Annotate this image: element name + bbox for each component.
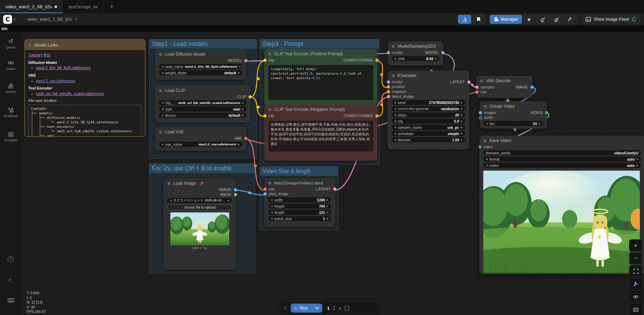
- stepper-right-icon[interactable]: ▶: [327, 204, 329, 208]
- positive-prompt-text[interactable]: (completely, full body) (portrait,portra…: [268, 65, 374, 101]
- zoom-in-button[interactable]: +: [629, 239, 642, 252]
- input-slot-vae[interactable]: [475, 90, 478, 94]
- shortcuts-button[interactable]: [0, 298, 21, 303]
- stepper-right-icon[interactable]: ▶: [461, 138, 463, 141]
- stepper-left-icon[interactable]: ◀: [394, 101, 396, 104]
- group-step3-title[interactable]: Step3 - Prompt: [260, 39, 379, 49]
- collapse-dot-icon[interactable]: [28, 44, 31, 47]
- stepper-left-icon[interactable]: ◀: [486, 158, 488, 161]
- stepper-left-icon[interactable]: ◀: [394, 138, 396, 141]
- stepper-right-icon[interactable]: ▶: [461, 132, 463, 135]
- stepper-left-icon[interactable]: ◀: [394, 113, 396, 116]
- stepper-right-icon[interactable]: ▶: [636, 164, 638, 167]
- input-slot-video[interactable]: [478, 145, 482, 149]
- input-slot-latent-image[interactable]: [387, 95, 390, 98]
- input-slot-start-image[interactable]: [263, 192, 267, 195]
- collapse-dot-icon[interactable]: [392, 45, 395, 48]
- widget-image-file[interactable]: ◀ スクリーンショット 2025-09-10 ... ▶: [167, 198, 232, 203]
- stepper-left-icon[interactable]: ◀: [394, 120, 396, 123]
- node-clip-text-encode-positive[interactable]: CLIP Text Encode (Positive Prompt) clip …: [264, 49, 377, 105]
- input-slot-audio[interactable]: [479, 116, 482, 120]
- stepper-left-icon[interactable]: ◀: [170, 199, 172, 202]
- widget-height[interactable]: ◀ height 704 ▶: [268, 203, 331, 209]
- tutorial-link[interactable]: Tutorial: [28, 53, 40, 57]
- collapse-dot-icon[interactable]: [159, 89, 162, 92]
- sidebar-item-workflows[interactable]: Workflows: [0, 107, 21, 118]
- stepper-left-icon[interactable]: ◀: [161, 101, 164, 104]
- help-button[interactable]: ?: [0, 256, 21, 262]
- widget-width[interactable]: ◀ width 1280 ▶: [268, 197, 331, 202]
- manager-button[interactable]: Manager: [490, 15, 522, 24]
- sidebar-item-queue[interactable]: ↺ Queue: [0, 38, 21, 49]
- input-slot-samples[interactable]: [475, 86, 478, 89]
- share-button[interactable]: [564, 15, 577, 24]
- select-mode-button[interactable]: [629, 278, 642, 290]
- input-slot-model[interactable]: [387, 80, 390, 84]
- collapse-dot-icon[interactable]: [159, 53, 162, 56]
- stepper-right-icon[interactable]: ▶: [327, 198, 329, 201]
- stop-button[interactable]: [345, 306, 349, 311]
- batch-count-stepper[interactable]: 1: [325, 306, 335, 311]
- stepper-right-icon[interactable]: ▶: [239, 65, 241, 68]
- output-slot-vae[interactable]: [244, 137, 248, 140]
- stepper-left-icon[interactable]: ◀: [486, 122, 488, 125]
- output-slot-latent[interactable]: [467, 80, 470, 84]
- star-button[interactable]: ★: [523, 15, 536, 24]
- stepper-right-icon[interactable]: ▶: [539, 122, 541, 125]
- stepper-right-icon[interactable]: ▶: [238, 71, 240, 74]
- input-slot-model[interactable]: [387, 51, 390, 54]
- stepper-right-icon[interactable]: ▶: [327, 211, 329, 214]
- group-i2v-title[interactable]: For i2v, use Ctrl + B to enable: [149, 164, 255, 173]
- sidebar-item-models[interactable]: Models: [0, 83, 21, 94]
- use-everywhere-button-1[interactable]: [536, 15, 550, 24]
- output-slot-image[interactable]: [531, 86, 534, 89]
- tab-video-wan[interactable]: video_wan2_2_5B_ti2v: [0, 0, 63, 13]
- widget-unet-name[interactable]: ◀ unet_name wan2.2_ti2v_5B_fp16.safetens…: [159, 64, 242, 69]
- stepper-right-icon[interactable]: ▶: [242, 101, 244, 104]
- new-tab-button[interactable]: +: [104, 0, 120, 13]
- stepper-right-icon[interactable]: ▶: [461, 101, 463, 104]
- output-slot-mask[interactable]: [234, 193, 237, 196]
- stepper-left-icon[interactable]: ◀: [161, 65, 164, 68]
- node-create-video[interactable]: Create Video images VIDEO audio ◀ fps 24…: [480, 102, 547, 128]
- upload-button[interactable]: choose file to upload: [167, 204, 232, 210]
- tutorial-zh-link[interactable]: 教程: [43, 53, 50, 57]
- widget-fps[interactable]: ◀ fps 24 ▶: [484, 121, 543, 126]
- minimap-button[interactable]: [629, 303, 642, 315]
- show-image-feed-button[interactable]: Show Image Feed: [581, 14, 641, 25]
- terminal-button[interactable]: >_: [0, 277, 21, 282]
- clear-queue-button[interactable]: ×: [338, 305, 342, 311]
- output-slot-model[interactable]: [244, 59, 248, 62]
- stepper-right-icon[interactable]: ▶: [461, 107, 463, 110]
- output-slot-conditioning[interactable]: [375, 114, 379, 117]
- input-slot-positive[interactable]: [387, 85, 390, 88]
- run-button[interactable]: ▷ Run: [291, 304, 323, 313]
- widget-seed[interactable]: ◀ seed 274785682553745 ▶: [392, 100, 465, 105]
- stepper-right-icon[interactable]: ▶: [461, 120, 463, 123]
- widget-weight-dtype[interactable]: ◀ weight_dtype default ▶: [159, 70, 242, 75]
- widget-steps[interactable]: ◀ steps 20 ▶: [392, 112, 465, 117]
- stepper-left-icon[interactable]: ◀: [394, 132, 396, 135]
- node-load-image[interactable]: Load Image IMAGE MASK ◀ スクリーンショット 2025-0…: [164, 179, 236, 269]
- group-video-size-title[interactable]: Video Size & length: [260, 166, 338, 176]
- output-slot-video[interactable]: [545, 111, 548, 114]
- widget-control-after-generate[interactable]: ◀ control after generate randomize ▶: [392, 106, 465, 111]
- output-slot-model[interactable]: [441, 51, 445, 54]
- widget-length[interactable]: ◀ length 121 ▶: [268, 210, 331, 215]
- widget-filename-prefix[interactable]: filename_prefix video/ComfyU: [483, 150, 641, 155]
- output-slot-latent[interactable]: [333, 188, 336, 191]
- output-slot-image[interactable]: [234, 188, 237, 191]
- negative-prompt-text[interactable]: 色调艳丽,过曝,静态,细节模糊不清,字幕,风格,作品,画作,画面,静止,整体发灰…: [268, 120, 374, 152]
- graph-view-button[interactable]: [458, 15, 471, 24]
- widget-denoise[interactable]: ◀ denoise 1.00 ▶: [392, 137, 465, 142]
- stepper-left-icon[interactable]: ◀: [271, 204, 273, 208]
- node-load-vae[interactable]: Load VAE VAE ◀ vae_name wan2.2_vae.safet…: [155, 127, 246, 151]
- stepper-left-icon[interactable]: ◀: [271, 217, 273, 220]
- widget-sampler-name[interactable]: ◀ sampler_name uni_pc ▶: [392, 125, 465, 130]
- collapse-dot-icon[interactable]: [483, 139, 486, 142]
- stepper-right-icon[interactable]: ▶: [461, 113, 463, 116]
- use-everywhere-button-2[interactable]: [550, 15, 563, 24]
- stepper-right-icon[interactable]: ▶: [238, 143, 240, 146]
- input-slot-negative[interactable]: [387, 90, 390, 93]
- comfyui-logo-menu[interactable]: C ▾: [0, 15, 16, 24]
